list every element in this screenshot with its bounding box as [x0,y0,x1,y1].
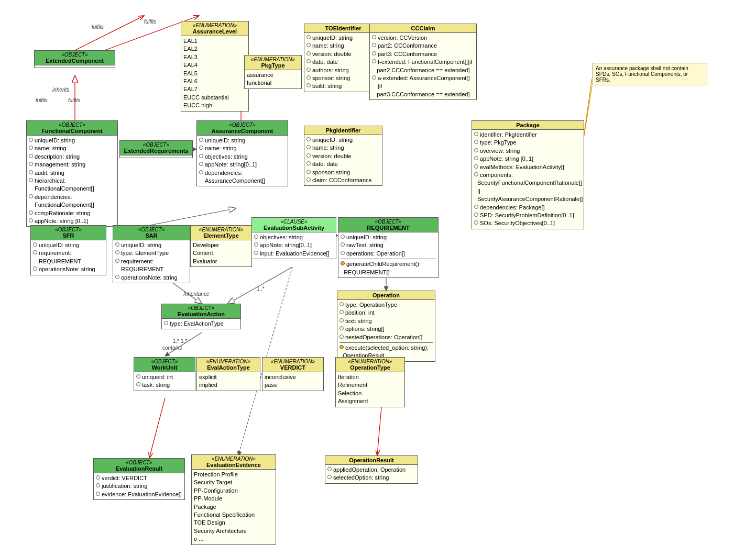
op-header: Operation [337,291,435,300]
evr-header: «OBJECT» EvaluationResult [94,459,184,473]
diagram-container: fulfils fulfils fulfils fulfils inherits… [0,0,756,556]
fc-header: «OBJECT» FunctionalComponent [27,121,117,136]
evr-body: verdict: VERDICT justification: string e… [94,473,184,499]
esa-header: «CLAUSE» EvaluationSubActivity [252,218,336,232]
evaluation-result-box: «OBJECT» EvaluationResult verdict: VERDI… [93,458,185,500]
svg-text:1.* 1.*: 1.* 1.* [173,338,187,344]
fc-body: uniqueID: string name: string descriptio… [27,136,117,226]
svg-line-4 [75,16,144,50]
pkg-header: Package [472,121,584,130]
req-header: «OBJECT» REQUIREMENT [338,218,438,232]
assurance-component-box: «OBJECT» AssuranceComponent uniqueID: st… [196,120,288,186]
evaluation-evidence-box: «ENUMERATION» EvaluationEvidence Protect… [191,454,276,545]
operation-box: Operation type: OperationType position: … [337,291,435,362]
sar-box: «OBJECT» SAR uniqueID: string type: Elem… [113,225,190,283]
pkg-type-box: «ENUMERATION» PkgType assurance function… [244,55,302,89]
al-item-eal3: EAL3 [183,53,246,61]
evaluation-action-box: «OBJECT» EvaluationAction type: EvalActi… [161,304,241,329]
svg-text:1..*: 1..* [257,286,265,292]
sfr-header: «OBJECT» SFR [31,226,106,240]
svg-text:inherits: inherits [52,87,69,93]
svg-line-19 [150,208,236,225]
or-body: appliedOperation: Operation selectedOpti… [325,465,418,483]
esa-body: objectives: string appNote: string[0..1]… [252,232,336,259]
al-item-eal4: EAL4 [183,61,246,69]
or-header: OperationResult [325,456,418,465]
assurance-level-box: «ENUMERATION» AssuranceLevel EAL1 EAL2 E… [181,21,249,112]
svg-text:fulfils: fulfils [144,19,156,25]
al-item-eucc-high: EUCC high [183,102,246,109]
requirement-box: «OBJECT» REQUIREMENT uniqueID: string ra… [338,217,439,278]
cc-header: CCClaim [370,24,476,33]
sar-header: «OBJECT» SAR [113,226,190,240]
al-item-eal6: EAL6 [183,77,246,85]
eat-header: «ENUMERATION» EvalActionType [197,358,260,372]
pi-body: uniqueID: string name: string version: d… [304,135,382,185]
pt-assurance: assurance [247,71,299,79]
pkg-body: identifier: PkgIdentifier type: PkgType … [472,130,584,229]
assurance-package-note: An assurance package shall not contain S… [592,63,707,85]
cc-body: version: CCVersion part2: CCConformance … [370,33,476,99]
ot-header: «ENUMERATION» OperationType [336,358,404,372]
element-type-box: «ENUMERATION» ElementType Developer Cont… [190,225,252,267]
sfr-box: «OBJECT» SFR uniqueID: string requiremen… [30,225,106,275]
svg-text:fulfils: fulfils [92,24,104,30]
svg-text:contains: contains [162,345,182,351]
eval-action-type-box: «ENUMERATION» EvalActionType explicit im… [196,357,260,391]
pi-header: PkgIdentifier [304,126,382,135]
ea-header: «OBJECT» EvaluationAction [162,304,240,319]
verd-body: inconclusive pass [262,372,323,391]
svg-text:fulfils: fulfils [68,97,80,103]
svg-line-26 [228,267,292,304]
assurance-level-body: EAL1 EAL2 EAL3 EAL4 EAL5 EAL6 EAL7 EUCC … [181,36,248,111]
svg-line-29 [165,332,202,356]
wu-body: uniqueid: int task: string [134,372,195,391]
al-item-eal2: EAL2 [183,45,246,53]
er-header: «OBJECT» ExtendedRequirements [120,141,192,155]
sfr-body: uniqueID: string requirement: REQUIREMEN… [31,240,106,275]
al-item-eal1: EAL1 [183,37,246,45]
operation-result-box: OperationResult appliedOperation: Operat… [325,455,418,484]
ac-body: uniqueID: string name: string objectives… [197,136,288,186]
pkg-identifier-box: PkgIdentifier uniqueID: string name: str… [304,126,382,186]
svg-text:fulfils: fulfils [36,97,48,103]
al-item-eal5: EAL5 [183,70,246,77]
et-body: Developer Content Evaluator [191,240,251,266]
cc-claim-box: CCClaim version: CCVersion part2: CCConf… [369,24,477,100]
ot-body: Iteration Refinement Selection Assignmen… [336,372,404,407]
assurance-level-header: «ENUMERATION» AssuranceLevel [181,21,248,36]
functional-component-box: «OBJECT» FunctionalComponent uniqueID: s… [26,120,118,227]
verdict-box: «ENUMERATION» VERDICT inconclusive pass [262,357,324,391]
pt-functional: functional [247,79,299,87]
svg-line-32 [149,398,165,458]
ac-header: «OBJECT» AssuranceComponent [197,121,288,136]
extended-requirements-box: «OBJECT» ExtendedRequirements [119,140,193,158]
ee-header: «ENUMERATION» EvaluationEvidence [192,455,276,470]
ea-body: type: EvalActionType [162,319,240,329]
pkg-type-header: «ENUMERATION» PkgType [245,55,301,70]
note-text: An assurance package shall not contain S… [596,65,688,83]
al-item-eucc-sub: EUCC substantial [183,94,246,102]
extended-component-box: «OBJECT» ExtendedComponent [34,50,115,68]
ec-header: «OBJECT» ExtendedComponent [35,51,115,65]
svg-text:Inheritance: Inheritance [183,291,210,297]
package-box: Package identifier: PkgIdentifier type: … [472,120,584,229]
al-item-eal7: EAL7 [183,85,246,93]
er-body [120,155,192,158]
req-body: uniqueID: string rawText: string operati… [338,232,438,277]
work-unit-box: «OBJECT» WorkUnit uniqueid: int task: st… [134,357,195,391]
op-body: type: OperationType position: int text: … [337,300,435,361]
wu-header: «OBJECT» WorkUnit [134,358,195,372]
operation-type-box: «ENUMERATION» OperationType Iteration Re… [335,357,405,407]
ec-body [35,65,115,68]
pkg-type-body: assurance functional [245,70,301,88]
sar-body: uniqueID: string type: ElementType requi… [113,240,190,283]
verd-header: «ENUMERATION» VERDICT [262,358,323,372]
ee-body: Protection Profile Security Target PP-Co… [192,470,276,544]
eat-body: explicit implied [197,372,260,391]
evaluation-subactivity-box: «CLAUSE» EvaluationSubActivity objective… [251,217,336,259]
et-header: «ENUMERATION» ElementType [191,226,251,240]
